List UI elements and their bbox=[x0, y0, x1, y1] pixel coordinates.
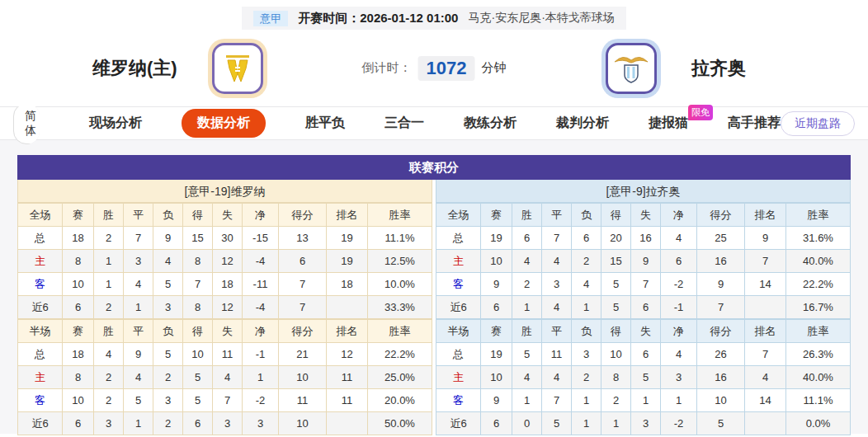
stat-cell: 2 bbox=[572, 250, 601, 273]
stat-cell: 5 bbox=[183, 366, 213, 389]
nav-tab[interactable]: 数据分析 bbox=[182, 109, 266, 138]
table-row: 总184951011-1211222.2% bbox=[18, 343, 432, 366]
stat-cell: 0.0% bbox=[786, 412, 851, 435]
stat-cell: 3 bbox=[661, 366, 697, 389]
row-label: 近6 bbox=[18, 412, 63, 435]
stat-cell: -2 bbox=[243, 389, 279, 412]
column-header: 得分 bbox=[279, 320, 327, 343]
row-label: 主 bbox=[18, 366, 63, 389]
table-row: 总196762016425931.6% bbox=[436, 227, 851, 250]
stat-cell: 9 bbox=[153, 227, 183, 250]
stat-cell: 6 bbox=[631, 296, 661, 319]
stat-cell: 1 bbox=[512, 389, 542, 412]
stat-cell: 3 bbox=[631, 412, 661, 435]
match-header: 维罗纳(主) 倒计时： 1072 分钟 拉齐奥 bbox=[0, 30, 868, 106]
stat-cell: 1 bbox=[661, 389, 697, 412]
away-team-name: 拉齐奥 bbox=[691, 56, 746, 81]
nav-tab[interactable]: 教练分析 bbox=[464, 115, 517, 132]
stat-cell: 4 bbox=[153, 250, 183, 273]
nav-tab[interactable]: 裁判分析 bbox=[556, 115, 609, 132]
column-header: 胜率 bbox=[368, 204, 432, 227]
stat-cell: 3 bbox=[153, 296, 183, 319]
stat-cell: -4 bbox=[243, 250, 279, 273]
stat-cell: 5 bbox=[124, 389, 153, 412]
stat-cell: 1 bbox=[572, 412, 601, 435]
stat-cell: 6 bbox=[63, 412, 94, 435]
stat-cell: -1 bbox=[243, 343, 279, 366]
nav-tab[interactable]: 捷报猫限免 bbox=[649, 115, 688, 132]
stat-cell: 7 bbox=[183, 273, 213, 296]
stat-cell: 50.0% bbox=[368, 412, 432, 435]
table-row: 近6614156-1716.7% bbox=[436, 296, 851, 319]
table-row: 近6605113-250.0% bbox=[436, 412, 851, 435]
stat-cell: 4 bbox=[512, 250, 542, 273]
column-header: 半场 bbox=[436, 320, 481, 343]
stat-cell: -11 bbox=[243, 273, 279, 296]
row-label: 客 bbox=[18, 389, 63, 412]
stat-cell: 6 bbox=[183, 412, 213, 435]
stat-cell: 5 bbox=[183, 389, 213, 412]
column-header: 净 bbox=[661, 204, 697, 227]
nav-tab[interactable]: 现场分析 bbox=[89, 115, 142, 132]
stat-cell: 9 bbox=[745, 227, 786, 250]
column-header: 负 bbox=[153, 320, 183, 343]
stat-cell: 7 bbox=[745, 250, 786, 273]
column-header: 净 bbox=[243, 320, 279, 343]
stat-cell: 2 bbox=[512, 273, 542, 296]
nav-tab[interactable]: 高手推荐 bbox=[728, 115, 781, 132]
stat-cell: 10 bbox=[279, 366, 327, 389]
row-label: 总 bbox=[18, 343, 63, 366]
nav-bar: 简体 繁体 现场分析数据分析胜平负三合一教练分析裁判分析捷报猫限免高手推荐 近期… bbox=[0, 106, 868, 140]
row-label: 主 bbox=[18, 250, 63, 273]
stat-cell: 11.1% bbox=[368, 227, 432, 250]
column-header: 全场 bbox=[436, 204, 481, 227]
nav-tab[interactable]: 胜平负 bbox=[305, 115, 345, 132]
lang-simplified[interactable]: 简体 bbox=[13, 103, 40, 144]
nav-tab[interactable]: 三合一 bbox=[384, 115, 424, 132]
stat-cell: 18 bbox=[327, 273, 368, 296]
stat-cell: 6 bbox=[512, 227, 542, 250]
table-row: 主8242541101125.0% bbox=[18, 366, 432, 389]
column-header: 净 bbox=[661, 320, 697, 343]
stat-cell: 10 bbox=[63, 389, 94, 412]
column-header: 负 bbox=[572, 320, 601, 343]
table-row: 客10145718-1171810.0% bbox=[18, 273, 432, 296]
countdown-label: 倒计时： bbox=[362, 60, 412, 76]
column-header: 胜 bbox=[512, 320, 542, 343]
table-row: 客9171211101411.1% bbox=[436, 389, 851, 412]
stat-cell: 3 bbox=[542, 273, 572, 296]
stat-cell: 10.0% bbox=[368, 273, 432, 296]
kickoff-time: 开赛时间：2026-01-12 01:00 bbox=[298, 11, 458, 26]
column-header: 赛 bbox=[63, 320, 94, 343]
stat-cell: 10 bbox=[481, 250, 512, 273]
stat-cell: 3 bbox=[153, 389, 183, 412]
home-standings-side: [意甲-19]维罗纳 全场赛胜平负得失净得分排名胜率总182791530-151… bbox=[17, 180, 432, 435]
main-content: 联赛积分 [意甲-19]维罗纳 全场赛胜平负得失净得分排名胜率总18279153… bbox=[0, 140, 868, 434]
recent-trends-button[interactable]: 近期盘路 bbox=[781, 111, 855, 136]
stat-cell: 26.3% bbox=[786, 343, 851, 366]
stat-cell: 1 bbox=[94, 250, 124, 273]
stat-cell: 2 bbox=[94, 227, 124, 250]
stat-cell: 6 bbox=[572, 227, 601, 250]
stat-cell bbox=[327, 296, 368, 319]
stat-cell: 12 bbox=[213, 250, 243, 273]
stat-cell: 19 bbox=[481, 343, 512, 366]
stat-cell: 5 bbox=[512, 343, 542, 366]
stat-cell: 10 bbox=[183, 343, 213, 366]
stat-cell: 18 bbox=[63, 343, 94, 366]
standings-panel: 联赛积分 [意甲-19]维罗纳 全场赛胜平负得失净得分排名胜率总18279153… bbox=[17, 155, 851, 435]
stat-cell: 6 bbox=[481, 296, 512, 319]
column-header: 平 bbox=[542, 204, 572, 227]
stat-cell: 19 bbox=[481, 227, 512, 250]
lazio-crest-icon bbox=[611, 49, 651, 88]
column-header: 得分 bbox=[697, 320, 745, 343]
stat-cell: 9 bbox=[124, 343, 153, 366]
table-row: 客1025357-2111120.0% bbox=[18, 389, 432, 412]
standings-table-half: 半场赛胜平负得失净得分排名胜率总195113106426726.3%主10442… bbox=[436, 319, 851, 435]
stat-cell: 2 bbox=[153, 366, 183, 389]
stat-cell: -4 bbox=[243, 296, 279, 319]
stat-cell: 14 bbox=[745, 389, 786, 412]
row-label: 客 bbox=[436, 273, 481, 296]
stat-cell: 21 bbox=[279, 343, 327, 366]
column-header: 得分 bbox=[279, 204, 327, 227]
